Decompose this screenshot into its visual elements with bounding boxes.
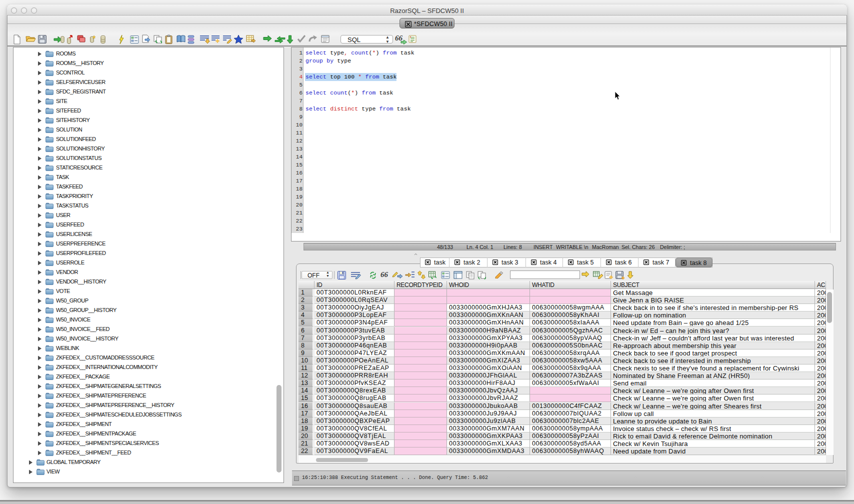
svg-text:66: 66 xyxy=(395,34,403,42)
svg-text:66: 66 xyxy=(380,270,388,278)
